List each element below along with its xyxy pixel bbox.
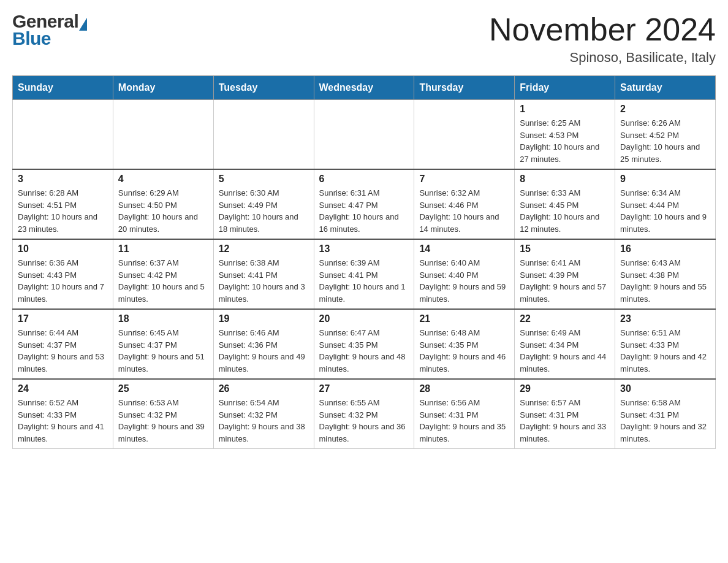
day-number: 18 bbox=[118, 313, 208, 324]
table-row: 12Sunrise: 6:38 AM Sunset: 4:41 PM Dayli… bbox=[213, 239, 314, 309]
day-info: Sunrise: 6:34 AM Sunset: 4:44 PM Dayligh… bbox=[620, 187, 710, 235]
col-tuesday: Tuesday bbox=[213, 76, 314, 100]
day-info: Sunrise: 6:40 AM Sunset: 4:40 PM Dayligh… bbox=[419, 257, 509, 305]
table-row: 1Sunrise: 6:25 AM Sunset: 4:53 PM Daylig… bbox=[515, 100, 615, 170]
day-number: 15 bbox=[520, 243, 610, 255]
day-info: Sunrise: 6:30 AM Sunset: 4:49 PM Dayligh… bbox=[219, 187, 309, 235]
title-area: November 2024 Spinoso, Basilicate, Italy bbox=[489, 12, 716, 66]
day-number: 11 bbox=[118, 243, 208, 255]
calendar-header-row: Sunday Monday Tuesday Wednesday Thursday… bbox=[13, 76, 716, 100]
day-number: 20 bbox=[319, 313, 409, 324]
table-row: 6Sunrise: 6:31 AM Sunset: 4:47 PM Daylig… bbox=[314, 169, 414, 239]
day-info: Sunrise: 6:37 AM Sunset: 4:42 PM Dayligh… bbox=[118, 257, 208, 305]
table-row bbox=[113, 100, 213, 170]
day-number: 17 bbox=[18, 313, 108, 324]
day-number: 10 bbox=[18, 243, 108, 255]
day-info: Sunrise: 6:56 AM Sunset: 4:31 PM Dayligh… bbox=[419, 397, 509, 445]
day-number: 8 bbox=[520, 174, 610, 185]
table-row: 8Sunrise: 6:33 AM Sunset: 4:45 PM Daylig… bbox=[515, 169, 615, 239]
day-info: Sunrise: 6:39 AM Sunset: 4:41 PM Dayligh… bbox=[319, 257, 409, 305]
col-saturday: Saturday bbox=[615, 76, 716, 100]
day-info: Sunrise: 6:46 AM Sunset: 4:36 PM Dayligh… bbox=[219, 327, 309, 375]
day-info: Sunrise: 6:32 AM Sunset: 4:46 PM Dayligh… bbox=[419, 187, 509, 235]
calendar-week-row: 24Sunrise: 6:52 AM Sunset: 4:33 PM Dayli… bbox=[13, 379, 716, 449]
day-number: 1 bbox=[520, 104, 610, 115]
day-info: Sunrise: 6:26 AM Sunset: 4:52 PM Dayligh… bbox=[620, 117, 710, 165]
day-info: Sunrise: 6:41 AM Sunset: 4:39 PM Dayligh… bbox=[520, 257, 610, 305]
calendar-week-row: 17Sunrise: 6:44 AM Sunset: 4:37 PM Dayli… bbox=[13, 309, 716, 379]
day-number: 14 bbox=[419, 243, 509, 255]
table-row: 29Sunrise: 6:57 AM Sunset: 4:31 PM Dayli… bbox=[515, 379, 615, 449]
calendar-week-row: 1Sunrise: 6:25 AM Sunset: 4:53 PM Daylig… bbox=[13, 100, 716, 170]
day-info: Sunrise: 6:36 AM Sunset: 4:43 PM Dayligh… bbox=[18, 257, 108, 305]
day-info: Sunrise: 6:48 AM Sunset: 4:35 PM Dayligh… bbox=[419, 327, 509, 375]
table-row bbox=[213, 100, 314, 170]
table-row: 22Sunrise: 6:49 AM Sunset: 4:34 PM Dayli… bbox=[515, 309, 615, 379]
table-row: 19Sunrise: 6:46 AM Sunset: 4:36 PM Dayli… bbox=[213, 309, 314, 379]
day-number: 21 bbox=[419, 313, 509, 324]
table-row bbox=[13, 100, 113, 170]
day-number: 26 bbox=[219, 383, 309, 394]
day-number: 13 bbox=[319, 243, 409, 255]
table-row: 10Sunrise: 6:36 AM Sunset: 4:43 PM Dayli… bbox=[13, 239, 113, 309]
day-number: 30 bbox=[620, 383, 710, 394]
day-number: 28 bbox=[419, 383, 509, 394]
table-row: 18Sunrise: 6:45 AM Sunset: 4:37 PM Dayli… bbox=[113, 309, 213, 379]
table-row: 23Sunrise: 6:51 AM Sunset: 4:33 PM Dayli… bbox=[615, 309, 716, 379]
day-number: 7 bbox=[419, 174, 509, 185]
day-info: Sunrise: 6:31 AM Sunset: 4:47 PM Dayligh… bbox=[319, 187, 409, 235]
day-number: 16 bbox=[620, 243, 710, 255]
day-info: Sunrise: 6:47 AM Sunset: 4:35 PM Dayligh… bbox=[319, 327, 409, 375]
table-row: 21Sunrise: 6:48 AM Sunset: 4:35 PM Dayli… bbox=[414, 309, 515, 379]
table-row: 13Sunrise: 6:39 AM Sunset: 4:41 PM Dayli… bbox=[314, 239, 414, 309]
day-number: 29 bbox=[520, 383, 610, 394]
table-row: 30Sunrise: 6:58 AM Sunset: 4:31 PM Dayli… bbox=[615, 379, 716, 449]
col-wednesday: Wednesday bbox=[314, 76, 414, 100]
table-row: 20Sunrise: 6:47 AM Sunset: 4:35 PM Dayli… bbox=[314, 309, 414, 379]
day-info: Sunrise: 6:53 AM Sunset: 4:32 PM Dayligh… bbox=[118, 397, 208, 445]
day-info: Sunrise: 6:29 AM Sunset: 4:50 PM Dayligh… bbox=[118, 187, 208, 235]
table-row: 27Sunrise: 6:55 AM Sunset: 4:32 PM Dayli… bbox=[314, 379, 414, 449]
day-number: 22 bbox=[520, 313, 610, 324]
day-info: Sunrise: 6:28 AM Sunset: 4:51 PM Dayligh… bbox=[18, 187, 108, 235]
table-row: 16Sunrise: 6:43 AM Sunset: 4:38 PM Dayli… bbox=[615, 239, 716, 309]
day-info: Sunrise: 6:33 AM Sunset: 4:45 PM Dayligh… bbox=[520, 187, 610, 235]
day-number: 12 bbox=[219, 243, 309, 255]
day-number: 4 bbox=[118, 174, 208, 185]
table-row: 15Sunrise: 6:41 AM Sunset: 4:39 PM Dayli… bbox=[515, 239, 615, 309]
day-info: Sunrise: 6:25 AM Sunset: 4:53 PM Dayligh… bbox=[520, 117, 610, 165]
location-subtitle: Spinoso, Basilicate, Italy bbox=[489, 50, 716, 66]
day-info: Sunrise: 6:43 AM Sunset: 4:38 PM Dayligh… bbox=[620, 257, 710, 305]
table-row bbox=[414, 100, 515, 170]
calendar-week-row: 10Sunrise: 6:36 AM Sunset: 4:43 PM Dayli… bbox=[13, 239, 716, 309]
day-number: 6 bbox=[319, 174, 409, 185]
day-info: Sunrise: 6:57 AM Sunset: 4:31 PM Dayligh… bbox=[520, 397, 610, 445]
day-info: Sunrise: 6:49 AM Sunset: 4:34 PM Dayligh… bbox=[520, 327, 610, 375]
day-number: 3 bbox=[18, 174, 108, 185]
table-row: 2Sunrise: 6:26 AM Sunset: 4:52 PM Daylig… bbox=[615, 100, 716, 170]
day-number: 19 bbox=[219, 313, 309, 324]
table-row: 25Sunrise: 6:53 AM Sunset: 4:32 PM Dayli… bbox=[113, 379, 213, 449]
day-number: 24 bbox=[18, 383, 108, 394]
day-info: Sunrise: 6:52 AM Sunset: 4:33 PM Dayligh… bbox=[18, 397, 108, 445]
calendar-table: Sunday Monday Tuesday Wednesday Thursday… bbox=[12, 75, 716, 449]
day-info: Sunrise: 6:38 AM Sunset: 4:41 PM Dayligh… bbox=[219, 257, 309, 305]
table-row: 17Sunrise: 6:44 AM Sunset: 4:37 PM Dayli… bbox=[13, 309, 113, 379]
page-header: General Blue November 2024 Spinoso, Basi… bbox=[12, 12, 716, 66]
table-row: 24Sunrise: 6:52 AM Sunset: 4:33 PM Dayli… bbox=[13, 379, 113, 449]
day-number: 2 bbox=[620, 104, 710, 115]
table-row: 7Sunrise: 6:32 AM Sunset: 4:46 PM Daylig… bbox=[414, 169, 515, 239]
day-number: 25 bbox=[118, 383, 208, 394]
logo-blue-text: Blue bbox=[12, 29, 51, 48]
table-row: 4Sunrise: 6:29 AM Sunset: 4:50 PM Daylig… bbox=[113, 169, 213, 239]
table-row: 28Sunrise: 6:56 AM Sunset: 4:31 PM Dayli… bbox=[414, 379, 515, 449]
table-row: 14Sunrise: 6:40 AM Sunset: 4:40 PM Dayli… bbox=[414, 239, 515, 309]
day-number: 23 bbox=[620, 313, 710, 324]
table-row: 9Sunrise: 6:34 AM Sunset: 4:44 PM Daylig… bbox=[615, 169, 716, 239]
day-number: 5 bbox=[219, 174, 309, 185]
col-monday: Monday bbox=[113, 76, 213, 100]
day-info: Sunrise: 6:51 AM Sunset: 4:33 PM Dayligh… bbox=[620, 327, 710, 375]
day-info: Sunrise: 6:55 AM Sunset: 4:32 PM Dayligh… bbox=[319, 397, 409, 445]
col-friday: Friday bbox=[515, 76, 615, 100]
logo-arrow-icon bbox=[79, 18, 87, 31]
